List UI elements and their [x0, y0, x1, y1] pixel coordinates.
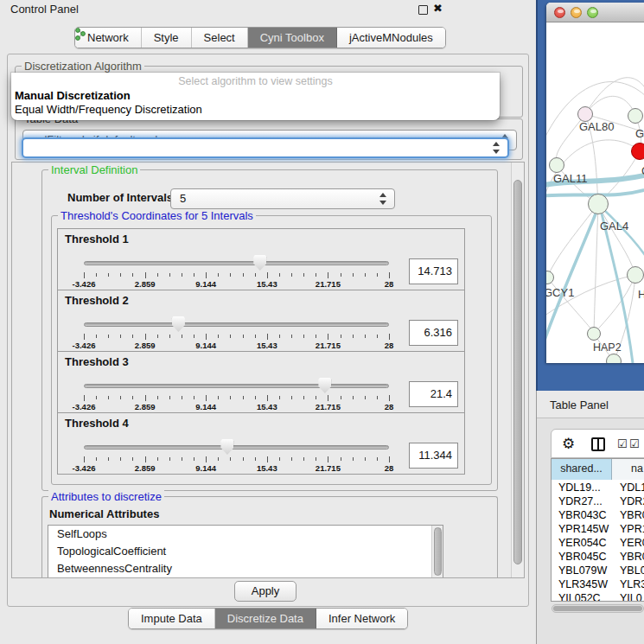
- network-node[interactable]: [606, 354, 622, 363]
- table-row[interactable]: YBR045CYBR0: [552, 551, 644, 564]
- zoom-traffic-light-icon[interactable]: [587, 7, 598, 18]
- number-of-intervals-spinner[interactable]: 5: [170, 188, 395, 209]
- slider-tick: [303, 335, 304, 338]
- slider-thumb[interactable]: [220, 439, 233, 455]
- slider-tick: [353, 396, 354, 399]
- menu-item-manual-discretization[interactable]: Manual Discretization: [15, 89, 131, 102]
- scrollbar-thumb[interactable]: [553, 606, 642, 611]
- slider-tick: [182, 396, 182, 399]
- slider-tick: [218, 457, 219, 461]
- tab-style[interactable]: Style: [142, 28, 192, 48]
- slider-tick: [328, 272, 328, 278]
- cell-name: YIL0: [620, 592, 642, 602]
- number-of-intervals-label: Number of Intervals: [67, 191, 173, 204]
- tab-network[interactable]: Network: [75, 28, 142, 48]
- slider-tick: [389, 334, 390, 340]
- panel-title: Control Panel: [10, 3, 79, 16]
- network-node[interactable]: [627, 266, 644, 284]
- scrollbar-thumb[interactable]: [434, 527, 442, 576]
- network-node[interactable]: [628, 108, 643, 124]
- discretization-algorithm-title: Discretization Algorithm: [22, 60, 144, 73]
- minimize-traffic-light-icon[interactable]: [571, 7, 582, 18]
- table-panel: Table Panel ⚙ ☑ ☑ shared... na YDL19...Y…: [536, 391, 644, 644]
- tab-select[interactable]: Select: [192, 28, 248, 48]
- tab-cyni-toolbox[interactable]: Cyni Toolbox: [248, 28, 337, 48]
- slider-tick: [194, 273, 194, 277]
- threshold-slider[interactable]: -3.4262.8599.14415.4321.71528: [84, 437, 389, 474]
- slider-track[interactable]: [84, 261, 389, 265]
- checkbox-icon[interactable]: ☑: [617, 437, 628, 450]
- vertical-scrollbar[interactable]: [511, 163, 524, 577]
- table-row[interactable]: YER054CYER0: [552, 537, 644, 551]
- tab-impute-data-label: Impute Data: [141, 612, 202, 625]
- columns-icon[interactable]: [591, 437, 605, 451]
- slider-tick: [169, 273, 170, 277]
- table-row[interactable]: YDR27...YDR2: [552, 495, 644, 509]
- threshold-slider[interactable]: -3.4262.8599.14415.4321.71528: [84, 315, 389, 351]
- network-node[interactable]: [587, 327, 601, 341]
- slider-tick: [218, 335, 219, 338]
- horizontal-scrollbar[interactable]: [552, 604, 644, 613]
- network-node[interactable]: [549, 157, 564, 173]
- cyni-main-panel: Discretization Algorithm Table Data galF…: [7, 54, 529, 607]
- tab-infer-network-label: Infer Network: [328, 612, 395, 625]
- threshold-slider[interactable]: -3.4262.8599.14415.4321.71528: [84, 376, 389, 412]
- slider-tick: [328, 456, 328, 462]
- slider-thumb[interactable]: [318, 378, 331, 393]
- close-traffic-light-icon[interactable]: [554, 7, 565, 18]
- slider-tick: [365, 457, 366, 461]
- table-row[interactable]: YLR345WYLR3: [552, 578, 644, 592]
- checkbox-icon[interactable]: ☑: [629, 437, 640, 450]
- interval-definition-group: Interval Definition Number of Intervals …: [41, 169, 498, 491]
- close-icon[interactable]: ✖: [433, 2, 443, 15]
- network-canvas[interactable]: GAL80GACGAL11GAL4GCY1HHAP2: [546, 23, 644, 363]
- numerical-attribute-item[interactable]: SelfLoops: [48, 526, 443, 543]
- slider-tick: [377, 457, 378, 461]
- slider-tick: [182, 335, 182, 338]
- threshold-value-field[interactable]: 6.316: [409, 320, 458, 346]
- slider-tick: [255, 273, 256, 277]
- slider-tick: [291, 396, 292, 399]
- table-row[interactable]: YPR145WYPR1: [552, 523, 644, 537]
- table-row[interactable]: YIL052CYIL0: [552, 592, 644, 602]
- table-row[interactable]: YBR043CYBR0: [552, 509, 644, 523]
- slider-track[interactable]: [84, 384, 389, 388]
- slider-track[interactable]: [84, 322, 389, 327]
- column-header-shared-name[interactable]: shared...: [552, 459, 612, 480]
- slider-tick: [255, 335, 256, 338]
- slider-tick: [169, 335, 170, 338]
- slider-track[interactable]: [84, 445, 389, 450]
- network-window-titlebar[interactable]: [546, 3, 644, 22]
- algorithm-combobox[interactable]: [22, 137, 509, 158]
- threshold-value-field[interactable]: 14.713: [409, 258, 458, 284]
- slider-thumb[interactable]: [172, 316, 185, 332]
- threshold-value-field[interactable]: 11.344: [409, 443, 458, 469]
- tab-discretize-data[interactable]: Discretize Data: [215, 609, 316, 628]
- threshold-slider[interactable]: -3.4262.8599.14415.4321.71528: [84, 253, 389, 290]
- tab-jactivemnodules[interactable]: jActiveMNodules: [337, 28, 445, 48]
- column-header-name[interactable]: na: [612, 459, 644, 480]
- network-node[interactable]: [588, 194, 609, 214]
- apply-button[interactable]: Apply: [234, 581, 296, 602]
- gear-icon[interactable]: ⚙: [562, 435, 575, 453]
- slider-tick: [255, 396, 256, 399]
- slider-tick: [96, 273, 97, 277]
- scrollbar-thumb[interactable]: [513, 180, 522, 564]
- node-label: HAP2: [593, 341, 622, 354]
- table-row[interactable]: YDL19...YDL1: [552, 481, 644, 495]
- tab-infer-network[interactable]: Infer Network: [316, 609, 407, 628]
- list-scrollbar[interactable]: [431, 526, 443, 578]
- threshold-value-field[interactable]: 21.4: [409, 381, 458, 407]
- float-window-icon[interactable]: [418, 5, 428, 15]
- tab-impute-data[interactable]: Impute Data: [129, 609, 215, 628]
- network-node[interactable]: [631, 143, 644, 160]
- numerical-attribute-item[interactable]: BetweennessCentrality: [48, 560, 443, 577]
- menu-item-equal-width-frequency[interactable]: Equal Width/Frequency Discretization: [15, 103, 202, 116]
- scale-tick-label: 28: [385, 341, 394, 350]
- slider-thumb[interactable]: [253, 255, 266, 271]
- numerical-attributes-list[interactable]: SelfLoopsTopologicalCoefficientBetweenne…: [48, 525, 443, 578]
- slider-tick: [291, 457, 292, 461]
- table-row[interactable]: YBL079WYBL0: [552, 564, 644, 578]
- numerical-attribute-item[interactable]: TopologicalCoefficient: [48, 543, 443, 560]
- slider-tick: [389, 456, 390, 462]
